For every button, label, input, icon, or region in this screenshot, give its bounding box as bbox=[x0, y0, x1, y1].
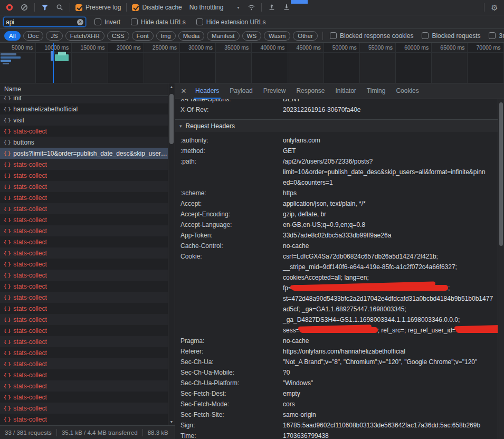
request-row[interactable]: stats-collect bbox=[0, 281, 168, 292]
type-filter-pill[interactable]: Img bbox=[156, 31, 176, 41]
invert-checkbox[interactable]: Invert bbox=[92, 18, 122, 26]
type-filter-pill[interactable]: All bbox=[4, 31, 21, 41]
file-braces-icon bbox=[4, 361, 10, 367]
resources-size: 88.3 kB bbox=[148, 430, 168, 436]
type-filter-pill[interactable]: Manifest bbox=[207, 31, 239, 41]
request-row[interactable]: stats-collect bbox=[0, 259, 168, 270]
details-tab[interactable]: Preview bbox=[258, 83, 291, 99]
file-braces-icon bbox=[4, 251, 10, 256]
header-value: no-cache bbox=[283, 241, 497, 251]
request-row[interactable]: stats-collect bbox=[0, 347, 168, 358]
request-row[interactable]: hannahelizabethofficial bbox=[0, 103, 168, 114]
header-value-text: ; ref_src=; reg_ref_user_id= bbox=[378, 327, 456, 334]
filter-input[interactable] bbox=[6, 17, 75, 26]
request-row[interactable]: stats-collect bbox=[0, 247, 168, 259]
type-filter-pill[interactable]: Wasm bbox=[264, 31, 290, 41]
type-filter-pill[interactable]: Font bbox=[132, 31, 154, 41]
type-filter-pill[interactable]: Doc bbox=[23, 31, 43, 41]
details-tab[interactable]: Timing bbox=[362, 83, 391, 99]
request-row[interactable]: stats-collect bbox=[0, 358, 168, 369]
network-conditions-icon[interactable] bbox=[244, 1, 258, 14]
request-row[interactable]: stats-collect bbox=[0, 380, 168, 392]
header-name: Sec-Fetch-Site: bbox=[180, 409, 283, 420]
request-row[interactable]: stats-collect bbox=[0, 314, 168, 325]
headers-content: X-Frame-Options: DENY X-Of-Rev: 20231226… bbox=[175, 99, 504, 439]
header-value: DENY bbox=[283, 99, 497, 104]
request-row[interactable]: stats-collect bbox=[0, 126, 168, 137]
details-tab[interactable]: Response bbox=[291, 83, 330, 99]
request-row[interactable]: stats-collect bbox=[0, 403, 168, 414]
request-row[interactable]: stats-collect bbox=[0, 292, 168, 303]
search-icon[interactable] bbox=[53, 1, 66, 14]
timeline-tick-label: 10000 ms bbox=[44, 44, 69, 51]
hide-data-urls-checkbox[interactable]: Hide data URLs bbox=[129, 18, 188, 26]
request-row[interactable]: stats-collect bbox=[0, 159, 168, 170]
record-button[interactable] bbox=[3, 1, 16, 14]
import-har-icon[interactable] bbox=[265, 1, 279, 14]
timeline-tick-label: 70000 ms bbox=[477, 44, 501, 51]
type-filter-pill[interactable]: JS bbox=[46, 31, 62, 41]
hide-extension-urls-checkbox[interactable]: Hide extension URLs bbox=[194, 18, 268, 26]
filter-option-checkbox[interactable]: Blocked requests bbox=[420, 32, 482, 40]
request-row[interactable]: stats-collect bbox=[0, 203, 168, 214]
request-row[interactable]: stats-collect bbox=[0, 170, 168, 181]
timeline-overview[interactable]: 5000 ms 10000 ms 15000 ms 20000 ms 25000… bbox=[0, 43, 504, 83]
request-name: visit bbox=[13, 117, 24, 124]
request-row[interactable]: stats-collect bbox=[0, 369, 168, 380]
disable-cache-checkbox[interactable]: Disable cache bbox=[130, 4, 184, 11]
request-name: buttons bbox=[13, 139, 34, 146]
request-row[interactable]: stats-collect bbox=[0, 414, 168, 425]
file-braces-icon bbox=[4, 107, 10, 112]
name-column-header[interactable]: Name bbox=[0, 83, 175, 96]
request-row[interactable]: stats-collect bbox=[0, 392, 168, 403]
details-tab[interactable]: Payload bbox=[224, 83, 258, 99]
request-row[interactable]: stats-collect bbox=[0, 336, 168, 347]
header-name: Cache-Control: bbox=[180, 241, 283, 251]
type-filter-pill[interactable]: Other bbox=[293, 31, 318, 41]
type-filter-pill[interactable]: WS bbox=[242, 31, 262, 41]
request-row[interactable]: init bbox=[0, 96, 168, 103]
filter-option-checkbox[interactable]: 3rd-party requests bbox=[487, 32, 504, 40]
request-row[interactable]: stats-collect bbox=[0, 270, 168, 281]
request-row[interactable]: stats-collect bbox=[0, 236, 168, 247]
details-scrollbar[interactable] bbox=[498, 99, 504, 439]
request-headers-section-header[interactable]: ▾ Request Headers bbox=[175, 119, 504, 132]
details-tab[interactable]: Initiator bbox=[330, 83, 361, 99]
scroll-down-icon[interactable]: ▼ bbox=[168, 418, 175, 425]
details-tab[interactable]: Cookies bbox=[391, 83, 424, 99]
type-filter-pill[interactable]: CSS bbox=[107, 31, 129, 41]
request-name: stats-collect bbox=[13, 272, 46, 279]
type-filter-pill[interactable]: Fetch/XHR bbox=[65, 31, 104, 41]
header-name: X-Of-Rev: bbox=[180, 104, 283, 115]
request-row[interactable]: stats-collect bbox=[0, 181, 168, 192]
type-filter-pill[interactable]: Media bbox=[178, 31, 204, 41]
clear-button[interactable] bbox=[17, 1, 31, 14]
request-row[interactable]: buttons bbox=[0, 137, 168, 148]
scroll-up-icon[interactable]: ▲ bbox=[168, 83, 175, 90]
request-row[interactable]: stats-collect bbox=[0, 303, 168, 314]
scrollbar-thumb[interactable] bbox=[169, 94, 174, 144]
request-row[interactable]: stats-collect bbox=[0, 325, 168, 336]
request-row[interactable]: posts?limit=10&order=publish_date_desc&s… bbox=[0, 148, 168, 159]
request-row[interactable]: stats-collect bbox=[0, 214, 168, 225]
request-list-scrollbar[interactable]: ▲ ▼ bbox=[168, 83, 175, 425]
request-row[interactable]: stats-collect bbox=[0, 192, 168, 203]
scrollbar-thumb[interactable] bbox=[499, 102, 503, 246]
checkbox-checked-icon bbox=[132, 4, 139, 11]
request-row[interactable]: stats-collect bbox=[0, 225, 168, 236]
clear-filter-icon[interactable]: ✕ bbox=[77, 19, 83, 25]
checkbox-unchecked-icon bbox=[422, 32, 429, 39]
request-row[interactable]: visit bbox=[0, 114, 168, 126]
preserve-log-checkbox[interactable]: Preserve log bbox=[73, 4, 123, 11]
transferred-size: 35.1 kB / 4.4 MB transferred bbox=[62, 430, 138, 436]
header-value-text: ; bbox=[448, 284, 450, 292]
details-tab[interactable]: Headers bbox=[190, 83, 224, 99]
file-braces-icon bbox=[4, 384, 10, 389]
request-name: stats-collect bbox=[13, 371, 46, 379]
filter-icon[interactable] bbox=[38, 1, 52, 14]
header-value: no-cache bbox=[283, 336, 497, 346]
throttling-select[interactable]: No throttling ▾ bbox=[185, 4, 244, 11]
settings-gear-icon[interactable]: ⚙ bbox=[488, 1, 501, 14]
close-details-icon[interactable]: ✕ bbox=[177, 87, 190, 95]
filter-option-checkbox[interactable]: Blocked response cookies bbox=[328, 32, 415, 40]
